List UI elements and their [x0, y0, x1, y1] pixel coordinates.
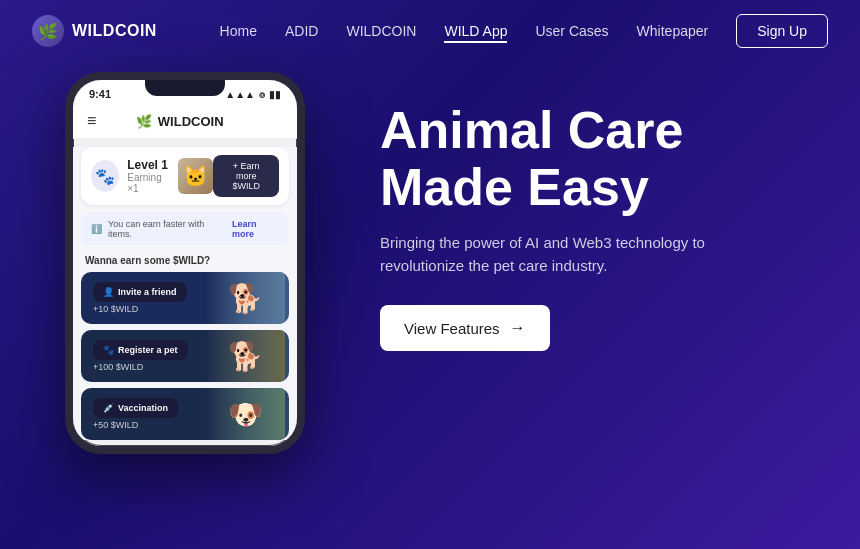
invite-pet-image: 🐕 — [189, 272, 289, 324]
register-reward: +100 $WILD — [93, 362, 188, 372]
level-info: 🐾 Level 1 Earning ×1 🐱 — [91, 158, 213, 194]
vaccination-card: 🐶 💉 Vaccination +50 $WILD — [81, 388, 289, 440]
register-card-content: 🐾 Register a pet +100 $WILD — [81, 340, 200, 372]
nav-user-cases[interactable]: User Cases — [535, 23, 608, 39]
nav-wild-app[interactable]: WILD App — [444, 23, 507, 43]
phone-status-bar: 9:41 ▲▲▲ ⌾ ▮▮ — [73, 80, 297, 104]
hamburger-icon[interactable]: ≡ — [87, 112, 96, 130]
invite-card: 🐕 👤 Invite a friend +10 $WILD — [81, 272, 289, 324]
learn-more-link[interactable]: Learn more — [232, 219, 279, 239]
app-title-text: WILDCOIN — [158, 114, 224, 129]
vaccination-reward: +50 $WILD — [93, 420, 178, 430]
vaccination-button[interactable]: 💉 Vaccination — [93, 398, 178, 418]
view-features-label: View Features — [404, 320, 500, 337]
navbar: 🌿 WILDCOIN Home ADID WILDCOIN WILD App U… — [0, 0, 860, 62]
paw-icon: 🐾 — [91, 160, 119, 192]
level-earning: Earning ×1 — [127, 172, 170, 194]
earn-more-button[interactable]: + Earn more $WILD — [213, 155, 279, 197]
signup-button[interactable]: Sign Up — [736, 14, 828, 48]
view-features-button[interactable]: View Features → — [380, 305, 550, 351]
phone-mockup: 9:41 ▲▲▲ ⌾ ▮▮ ≡ 🌿 WILDCOIN — [65, 72, 305, 454]
vaccination-icon: 💉 — [103, 403, 114, 413]
register-label: Register a pet — [118, 345, 178, 355]
phone-time: 9:41 — [89, 88, 111, 100]
status-icons: ▲▲▲ ⌾ ▮▮ — [225, 89, 281, 100]
logo-text: WILDCOIN — [72, 22, 157, 40]
info-icon: ℹ️ — [91, 224, 102, 234]
invite-label: Invite a friend — [118, 287, 177, 297]
cat-image: 🐱 — [178, 158, 213, 194]
nav-home[interactable]: Home — [220, 23, 257, 39]
hero-subtitle: Bringing the power of AI and Web3 techno… — [380, 232, 720, 277]
logo[interactable]: 🌿 WILDCOIN — [32, 15, 157, 47]
earn-banner: ℹ️ You can earn faster with items. Learn… — [81, 213, 289, 245]
level-title: Level 1 — [127, 158, 170, 172]
invite-reward: +10 $WILD — [93, 304, 187, 314]
hero-title-line2: Made Easy — [380, 158, 649, 216]
app-title-icon: 🌿 — [136, 114, 152, 129]
phone-screen: 🐾 Level 1 Earning ×1 🐱 + Earn more $WILD… — [73, 147, 297, 440]
wifi-icon: ⌾ — [259, 89, 265, 100]
level-text: Level 1 Earning ×1 — [127, 158, 170, 194]
register-pet-image: 🐕 — [189, 330, 289, 382]
phone-container: 9:41 ▲▲▲ ⌾ ▮▮ ≡ 🌿 WILDCOIN — [30, 72, 340, 454]
level-card: 🐾 Level 1 Earning ×1 🐱 + Earn more $WILD — [81, 147, 289, 205]
logo-icon: 🌿 — [32, 15, 64, 47]
arrow-right-icon: → — [510, 319, 526, 337]
phone-app-title: 🌿 WILDCOIN — [136, 114, 224, 129]
nav-adid[interactable]: ADID — [285, 23, 318, 39]
phone-app-header: ≡ 🌿 WILDCOIN — [73, 104, 297, 139]
phone-notch — [145, 80, 225, 96]
nav-whitepaper[interactable]: Whitepaper — [637, 23, 709, 39]
banner-text: You can earn faster with items. — [108, 219, 226, 239]
invite-icon: 👤 — [103, 287, 114, 297]
battery-icon: ▮▮ — [269, 89, 281, 100]
register-pet-button[interactable]: 🐾 Register a pet — [93, 340, 188, 360]
main-content: 9:41 ▲▲▲ ⌾ ▮▮ ≡ 🌿 WILDCOIN — [0, 62, 860, 454]
section-title: Wanna earn some $WILD? — [73, 251, 297, 272]
hero-content: Animal Care Made Easy Bringing the power… — [340, 72, 820, 351]
invite-friend-button[interactable]: 👤 Invite a friend — [93, 282, 187, 302]
register-icon: 🐾 — [103, 345, 114, 355]
register-card: 🐕 🐾 Register a pet +100 $WILD — [81, 330, 289, 382]
vaccination-label: Vaccination — [118, 403, 168, 413]
hero-title-line1: Animal Care — [380, 101, 683, 159]
invite-card-content: 👤 Invite a friend +10 $WILD — [81, 282, 199, 314]
vaccination-pet-image: 🐶 — [189, 388, 289, 440]
nav-wildcoin[interactable]: WILDCOIN — [346, 23, 416, 39]
nav-links: Home ADID WILDCOIN WILD App User Cases W… — [220, 22, 709, 40]
vaccination-card-content: 💉 Vaccination +50 $WILD — [81, 398, 190, 430]
hero-title: Animal Care Made Easy — [380, 102, 800, 216]
signal-icon: ▲▲▲ — [225, 89, 255, 100]
